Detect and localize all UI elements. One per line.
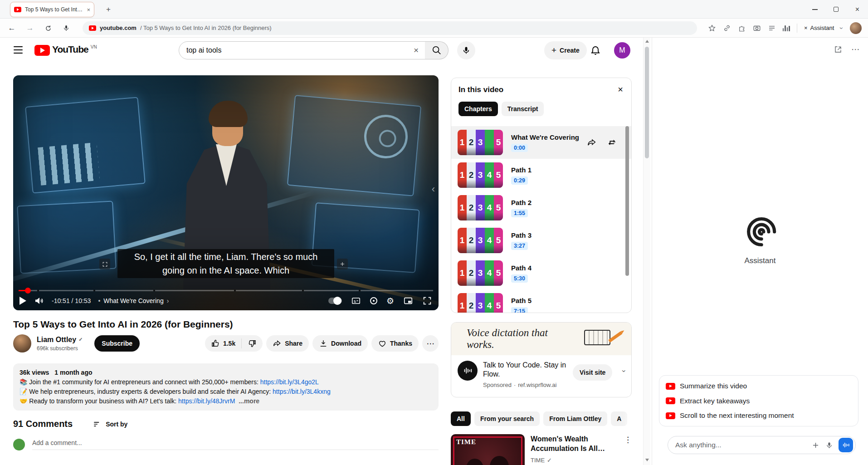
visit-site-button[interactable]: Visit site xyxy=(573,364,612,381)
reload-button[interactable] xyxy=(43,24,54,33)
chapter-timestamp[interactable]: 7:15 xyxy=(511,307,528,313)
suggestion-takeaways[interactable]: Extract key takeaways xyxy=(659,394,858,408)
ad-options-chevron-icon[interactable]: › xyxy=(619,370,628,372)
chapter-timestamp[interactable]: 3:27 xyxy=(511,242,528,250)
voice-mode-button[interactable] xyxy=(839,438,853,452)
related-thumbnail[interactable]: TIME xyxy=(451,434,525,465)
browser-profile-avatar[interactable] xyxy=(850,22,862,34)
open-in-new-icon[interactable] xyxy=(834,45,842,54)
assistant-input-bar[interactable] xyxy=(668,436,856,454)
voice-search-button[interactable] xyxy=(457,41,475,59)
close-sidebar-icon[interactable]: × xyxy=(804,24,808,31)
chapter-repeat-icon[interactable] xyxy=(607,137,617,147)
scroll-up-arrow-icon[interactable] xyxy=(645,40,649,43)
page-scrollbar[interactable] xyxy=(643,38,650,465)
address-bar[interactable]: youtube.com / Top 5 Ways to Get Into AI … xyxy=(83,21,697,35)
ambient-mode-icon[interactable] xyxy=(370,297,377,304)
fullscreen-button[interactable] xyxy=(422,296,432,306)
forward-button[interactable]: → xyxy=(24,24,35,33)
chapter-share-icon[interactable] xyxy=(587,137,597,147)
description-link[interactable]: https://bit.ly/48JrvrM xyxy=(178,397,235,405)
miniplayer-button[interactable] xyxy=(403,296,413,306)
suggestion-scroll[interactable]: Scroll to the next interesting moment xyxy=(659,408,858,423)
new-tab-button[interactable]: + xyxy=(102,4,114,15)
settings-button[interactable]: ⚙ xyxy=(386,296,394,306)
ad-banner-image[interactable]: Voice dictation that works. xyxy=(451,323,631,355)
caption-expand-icon[interactable] xyxy=(99,259,110,269)
notifications-button[interactable] xyxy=(590,45,601,56)
channel-name-row[interactable]: Liam Ottley ✓ xyxy=(37,335,83,344)
reading-list-icon[interactable] xyxy=(768,24,776,32)
search-button[interactable] xyxy=(425,41,449,59)
comment-input[interactable]: Add a comment... xyxy=(32,439,439,450)
tab-close-icon[interactable]: × xyxy=(87,6,90,13)
related-title[interactable]: Women's Wealth Accumulation Is All About… xyxy=(531,434,618,453)
voice-search-icon[interactable] xyxy=(61,24,72,33)
chapter-timestamp[interactable]: 1:55 xyxy=(511,209,528,217)
description-link[interactable]: https://bit.ly/3L4kxng xyxy=(273,388,331,395)
close-button[interactable]: × xyxy=(847,0,868,19)
tab-audio-icon[interactable] xyxy=(783,25,790,31)
account-avatar[interactable]: M xyxy=(614,42,630,59)
ad-headline[interactable]: Talk to Your Code. Stay in Flow. xyxy=(483,361,567,379)
extensions-icon[interactable] xyxy=(738,24,746,32)
filter-chip[interactable]: From Liam Ottley xyxy=(543,411,607,426)
show-more-button[interactable]: ...more xyxy=(239,397,259,405)
chapter-timestamp[interactable]: 0:00 xyxy=(511,144,528,152)
panel-scrollbar-thumb[interactable] xyxy=(625,126,629,276)
search-box[interactable]: × xyxy=(179,41,425,59)
filter-chip-all[interactable]: All xyxy=(451,411,471,426)
chapter-row[interactable]: 12345 Path 3 3:27 xyxy=(451,224,632,257)
subtitles-button[interactable] xyxy=(351,296,361,306)
assistant-menu-icon[interactable]: ⋯ xyxy=(851,44,860,54)
related-more-button[interactable]: ⋮ xyxy=(624,435,632,465)
more-actions-button[interactable]: ⋯ xyxy=(422,335,439,352)
panel-close-button[interactable]: × xyxy=(616,83,625,97)
video-player[interactable]: So, I get it all the time, Liam. There's… xyxy=(13,75,439,310)
chapter-timestamp[interactable]: 5:30 xyxy=(511,274,528,283)
attach-plus-icon[interactable] xyxy=(811,441,820,449)
caption-options-icon[interactable] xyxy=(337,259,348,269)
maximize-button[interactable] xyxy=(825,0,847,19)
suggestion-summarize[interactable]: Summarize this video xyxy=(659,379,858,393)
user-avatar[interactable] xyxy=(13,439,25,450)
channel-avatar[interactable] xyxy=(13,334,31,352)
search-input[interactable] xyxy=(186,46,410,54)
assistant-input[interactable] xyxy=(675,441,806,449)
description-box[interactable]: 36k views 1 month ago 📚 Join the #1 comm… xyxy=(13,363,439,411)
thanks-button[interactable]: Thanks xyxy=(371,335,419,352)
guide-menu-button[interactable] xyxy=(14,46,23,54)
page-scrollbar-thumb[interactable] xyxy=(645,47,649,158)
related-channel[interactable]: TIME xyxy=(531,457,545,464)
chapter-timestamp[interactable]: 0:29 xyxy=(511,176,528,185)
assistant-mic-icon[interactable] xyxy=(825,441,833,449)
chapter-row[interactable]: 12345 Path 1 0:29 xyxy=(451,159,632,191)
sort-button[interactable]: Sort by xyxy=(93,420,127,429)
search-clear-icon[interactable]: × xyxy=(410,45,422,55)
assistant-toggle[interactable]: × Assistant xyxy=(804,24,834,31)
share-button[interactable]: Share xyxy=(266,335,309,352)
filter-chip[interactable]: From your search xyxy=(474,411,540,426)
play-button[interactable] xyxy=(20,297,26,305)
youtube-logo[interactable]: YouTube VN xyxy=(34,44,97,56)
advertiser-logo[interactable] xyxy=(458,361,478,381)
chapter-row[interactable]: 12345 Path 5 7:15 xyxy=(451,289,632,313)
minimize-button[interactable] xyxy=(804,0,825,19)
snapshot-icon[interactable] xyxy=(753,24,761,32)
tab-chapters[interactable]: Chapters xyxy=(458,102,498,116)
panel-scrollbar[interactable] xyxy=(625,126,629,310)
browser-tab[interactable]: Top 5 Ways to Get Into AI in 2 × xyxy=(10,2,94,17)
description-link[interactable]: https://bit.ly/3L4go2L xyxy=(260,378,319,386)
create-button[interactable]: + Create xyxy=(544,41,587,59)
advertiser-url[interactable]: ref.wisprflow.ai xyxy=(518,382,556,388)
download-button[interactable]: Download xyxy=(312,335,368,352)
chapter-row[interactable]: 12345 Path 4 5:30 xyxy=(451,257,632,289)
chapter-button[interactable]: • What We're Covering › xyxy=(98,297,169,304)
dislike-button[interactable] xyxy=(242,339,263,348)
toolbar-menu-chevron-icon[interactable]: › xyxy=(839,27,846,29)
scroll-down-arrow-icon[interactable] xyxy=(645,459,649,461)
channel-name[interactable]: Liam Ottley xyxy=(37,335,76,344)
back-button[interactable]: ← xyxy=(6,24,17,33)
chapter-row[interactable]: 1235 What We're Covering 0:00 xyxy=(451,126,632,159)
collapse-panel-chevron-icon[interactable]: ‹ xyxy=(432,183,435,195)
